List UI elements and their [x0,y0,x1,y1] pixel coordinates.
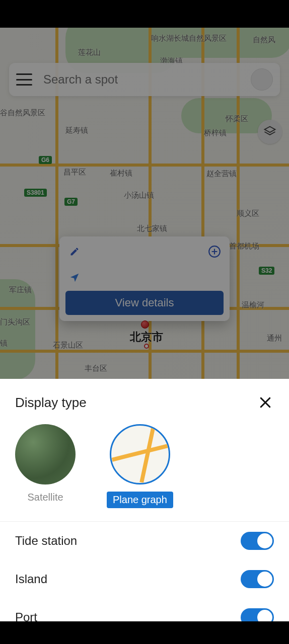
toggle-label-island: Island [15,572,47,586]
toggle-row-tide: Tide station [0,522,289,560]
close-icon [258,395,273,410]
toggle-label-port: Port [15,610,37,621]
plane-label: Plane graph [107,492,173,508]
nav-bar [0,621,289,644]
toggle-row-port: Port [0,598,289,621]
toggle-label-tide: Tide station [15,534,77,548]
satellite-thumb [15,424,76,485]
display-type-sheet: Display type Satellite Plane graph Tide … [0,379,289,621]
satellite-label: Satellite [27,492,63,503]
toggle-switch-tide[interactable] [241,532,274,550]
status-bar [0,0,289,28]
display-type-plane[interactable]: Plane graph [107,424,173,508]
close-button[interactable] [257,394,274,411]
toggle-row-island: Island [0,560,289,598]
display-type-list: Satellite Plane graph [0,424,289,522]
toggle-switch-port[interactable] [241,608,274,621]
plane-thumb [110,424,170,485]
map-viewport[interactable]: 莲花山响水湖长城自然风景区渤海镇自然风谷自然风景区延寿镇桥梓镇怀柔区昌平区崔村镇… [0,28,289,621]
sheet-title: Display type [15,395,87,411]
toggle-switch-island[interactable] [241,570,274,588]
display-type-satellite[interactable]: Satellite [15,424,76,508]
